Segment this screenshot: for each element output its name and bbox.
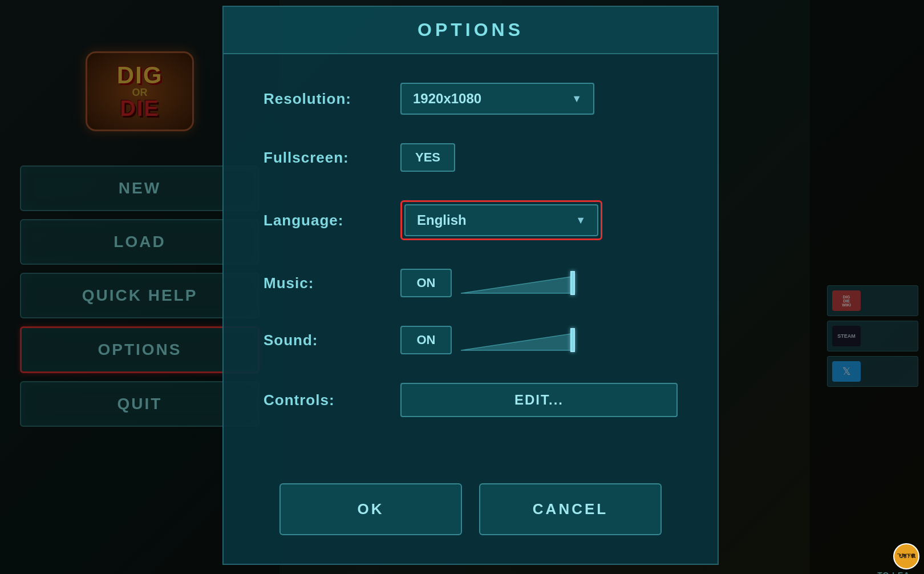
music-slider-thumb[interactable] bbox=[570, 271, 575, 295]
music-control: ON bbox=[400, 269, 678, 297]
sound-control: ON bbox=[400, 326, 678, 354]
resolution-label: Resolution: bbox=[264, 90, 378, 108]
resolution-control: 1920x1080 ▼ bbox=[400, 83, 678, 115]
fullscreen-row: Fullscreen: YES bbox=[264, 143, 678, 172]
language-dropdown-highlight: English ▼ bbox=[400, 200, 602, 240]
controls-row: Controls: EDIT... bbox=[264, 383, 678, 417]
music-toggle[interactable]: ON bbox=[400, 269, 452, 297]
music-slider-container bbox=[461, 269, 678, 297]
language-row: Language: English ▼ bbox=[264, 200, 678, 240]
fullscreen-control: YES bbox=[400, 143, 678, 172]
resolution-row: Resolution: 1920x1080 ▼ bbox=[264, 83, 678, 115]
controls-label: Controls: bbox=[264, 391, 378, 409]
sound-row: Sound: ON bbox=[264, 326, 678, 354]
language-label: Language: bbox=[264, 212, 378, 229]
watermark-badge: 飞翔下载 bbox=[893, 543, 919, 569]
fullscreen-label: Fullscreen: bbox=[264, 149, 378, 167]
sound-label: Sound: bbox=[264, 332, 378, 349]
language-dropdown[interactable]: English ▼ bbox=[404, 204, 598, 236]
language-control: English ▼ bbox=[400, 200, 678, 240]
sound-slider-thumb[interactable] bbox=[570, 328, 575, 352]
dialog-footer: OK CANCEL bbox=[224, 466, 718, 564]
cancel-button[interactable]: CANCEL bbox=[479, 483, 662, 535]
music-label: Music: bbox=[264, 274, 378, 292]
resolution-value: 1920x1080 bbox=[413, 91, 481, 107]
resolution-dropdown[interactable]: 1920x1080 ▼ bbox=[400, 83, 594, 115]
music-row: Music: ON bbox=[264, 269, 678, 297]
svg-marker-1 bbox=[461, 333, 575, 350]
dialog-content: Resolution: 1920x1080 ▼ Fullscreen: YES … bbox=[224, 54, 718, 466]
ok-button[interactable]: OK bbox=[279, 483, 462, 535]
language-value: English bbox=[417, 212, 467, 228]
dialog-title-bar: OPTIONS bbox=[224, 7, 718, 54]
svg-marker-0 bbox=[461, 276, 575, 293]
music-slider-triangle[interactable] bbox=[461, 272, 575, 294]
sound-slider-container bbox=[461, 326, 678, 354]
sound-slider-triangle[interactable] bbox=[461, 329, 575, 351]
language-chevron-icon: ▼ bbox=[576, 215, 586, 227]
resolution-chevron-icon: ▼ bbox=[572, 93, 582, 105]
sound-toggle[interactable]: ON bbox=[400, 326, 452, 354]
controls-control: EDIT... bbox=[400, 383, 678, 417]
options-dialog: OPTIONS Resolution: 1920x1080 ▼ Fullscre… bbox=[222, 6, 719, 565]
watermark-text: 飞翔下载 bbox=[897, 553, 915, 559]
dialog-title: OPTIONS bbox=[418, 19, 524, 40]
watermark: 飞翔下载 bbox=[893, 543, 919, 569]
fullscreen-toggle[interactable]: YES bbox=[400, 143, 455, 172]
controls-edit-button[interactable]: EDIT... bbox=[400, 383, 678, 417]
